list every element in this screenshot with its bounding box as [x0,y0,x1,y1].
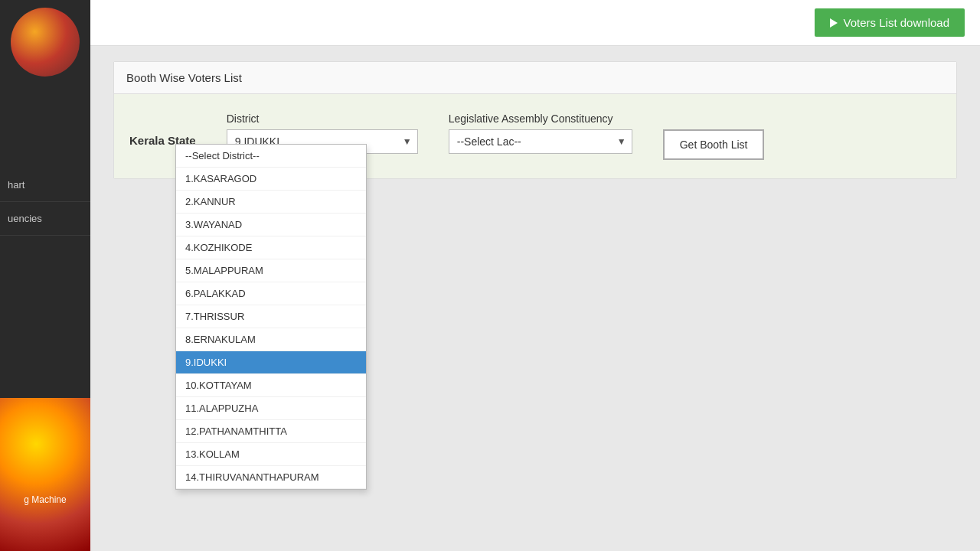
district-dropdown-item[interactable]: 14.THIRUVANANTHAPURAM [176,466,366,489]
sidebar-item-frequencies[interactable]: uencies [0,202,90,236]
district-dropdown-item[interactable]: 11.ALAPPUZHA [176,397,366,420]
sidebar: hart uencies g Machine [0,0,90,551]
lac-select-wrapper: --Select Lac-- ▼ [449,129,632,154]
district-dropdown-item[interactable]: 3.WAYANAD [176,214,366,236]
district-dropdown-item[interactable]: 10.KOTTAYAM [176,374,366,397]
district-dropdown-item[interactable]: 9.IDUKKI [176,351,366,374]
voters-list-download-button[interactable]: Voters List download [815,8,965,37]
district-label: District [227,112,418,125]
topbar: Voters List download [90,0,980,46]
sidebar-menu: hart uencies [0,168,90,398]
lac-label: Legislative Assembly Constituency [449,112,632,125]
district-dropdown-item[interactable]: --Select District-- [176,145,366,168]
sidebar-avatar-area [0,0,90,168]
district-dropdown-item[interactable]: 8.ERNAKULAM [176,328,366,351]
get-booth-list-button[interactable]: Get Booth List [663,129,765,160]
content-area: Booth Wise Voters List Kerala State Dist… [90,46,980,551]
avatar [11,8,80,77]
district-dropdown-item[interactable]: 13.KOLLAM [176,443,366,466]
form-area: Kerala State District --Select District-… [114,94,956,178]
sidebar-item-chart[interactable]: hart [0,168,90,202]
sidebar-bottom-image: g Machine [0,398,90,551]
section-title: Booth Wise Voters List [114,62,956,94]
district-dropdown-item[interactable]: 7.THRISSUR [176,305,366,328]
machine-label: g Machine [0,494,90,505]
district-dropdown-item[interactable]: 12.PATHANAMTHITTA [176,420,366,443]
lac-field-group: Legislative Assembly Constituency --Sele… [449,112,632,154]
lac-select[interactable]: --Select Lac-- [449,129,632,154]
play-icon [830,18,838,28]
district-dropdown-overlay[interactable]: --Select District--1.KASARAGOD2.KANNUR3.… [175,144,367,490]
district-dropdown-item[interactable]: 2.KANNUR [176,191,366,214]
district-dropdown-item[interactable]: 5.MALAPPURAM [176,259,366,282]
state-label: Kerala State [129,112,196,147]
district-dropdown-item[interactable]: 6.PALAKKAD [176,282,366,305]
booth-wise-section: Booth Wise Voters List Kerala State Dist… [113,61,957,179]
district-dropdown-item[interactable]: 4.KOZHIKODE [176,236,366,259]
district-dropdown-item[interactable]: 1.KASARAGOD [176,168,366,191]
district-field-group: District --Select District--1.KASARAGOD2… [227,112,418,154]
main-content: Voters List download Booth Wise Voters L… [90,0,980,551]
